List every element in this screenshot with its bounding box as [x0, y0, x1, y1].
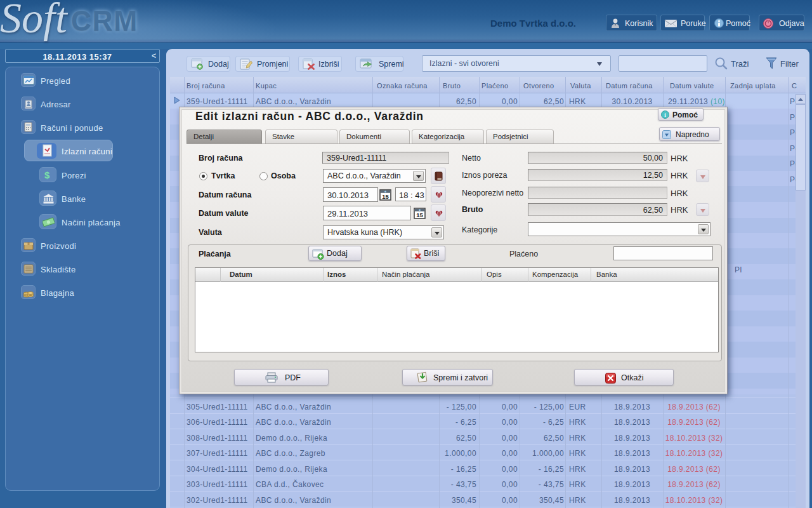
svg-text:15: 15 [382, 193, 389, 200]
svg-text:15: 15 [416, 211, 423, 218]
